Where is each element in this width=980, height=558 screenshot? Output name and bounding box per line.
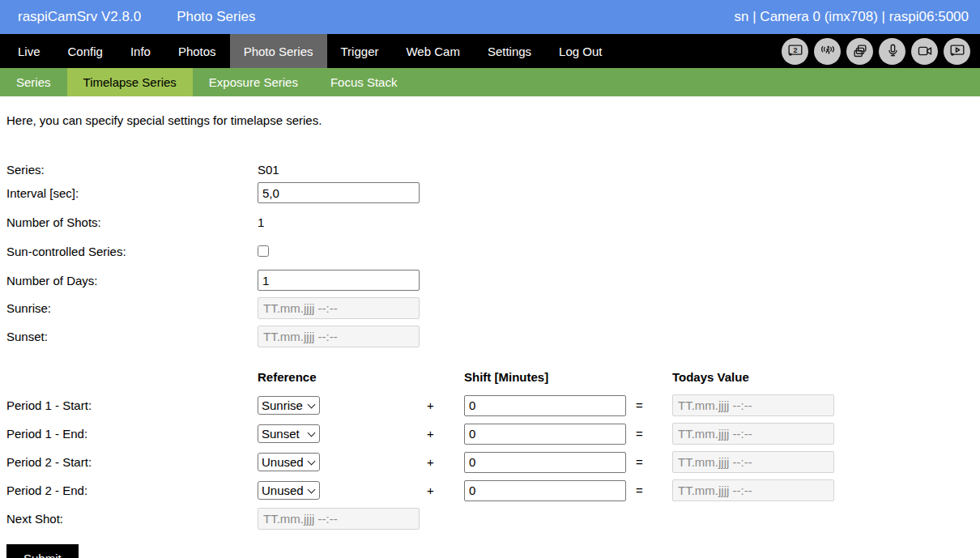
series-row: Series: S01 [6,160,980,179]
next-shot-datetime-field [258,508,420,530]
period-2-start-label: Period 2 - Start: [6,455,258,469]
todays-value-column-header: Todays Value [672,370,842,384]
plus-sign: + [427,398,464,412]
interval-input[interactable] [258,182,420,203]
nav-status-icons: 2 [782,34,980,68]
sun-controlled-label: Sun-controlled Series: [6,245,258,258]
main-nav: Live Config Info Photos Photo Series Tri… [0,34,980,68]
video-camera-icon[interactable] [911,38,938,65]
media-player-icon[interactable] [944,38,970,65]
period-2-start-todays-field [672,451,834,473]
plus-sign: + [427,427,464,441]
period-1-start-reference-select[interactable]: Sunrise [258,396,320,415]
period-2-end-reference-select[interactable]: Unused [258,481,320,500]
nav-item-web-cam[interactable]: Web Cam [392,34,473,68]
number-of-shots-value: 1 [258,215,427,229]
period-2-end-todays-field [672,479,834,501]
equals-sign: = [636,455,672,469]
sunset-label: Sunset: [6,330,258,343]
interval-row: Interval [sec]: [6,182,980,203]
number-of-shots-label: Number of Shots: [6,215,258,229]
photo-series-icon[interactable] [846,38,873,65]
period-2-end-row: Period 2 - End: Unused + = [6,479,980,501]
period-1-start-row: Period 1 - Start: Sunrise + = [6,394,980,416]
period-1-end-reference-select[interactable]: Sunset [258,424,320,443]
nav-item-info[interactable]: Info [117,34,164,68]
plus-sign: + [427,455,464,469]
period-2-end-shift-input[interactable] [464,480,626,501]
period-2-start-shift-input[interactable] [464,452,626,473]
timelapse-settings-form: Here, you can specify special settings f… [0,113,980,558]
sunrise-label: Sunrise: [6,301,258,315]
motion-detection-icon[interactable] [814,38,841,65]
sunset-datetime-field [258,326,420,347]
equals-sign: = [636,398,672,412]
period-2-start-reference-select[interactable]: Unused [258,453,320,471]
period-2-end-label: Period 2 - End: [6,483,258,497]
svg-text:2: 2 [793,46,797,54]
tab-series[interactable]: Series [0,68,67,96]
period-2-start-row: Period 2 - Start: Unused + = [6,451,980,473]
nav-item-photo-series[interactable]: Photo Series [230,34,327,68]
period-1-end-label: Period 1 - End: [6,427,258,441]
nav-item-photos[interactable]: Photos [164,34,230,68]
camera-status-text: sn | Camera 0 (imx708) | raspi06:5000 [735,9,969,25]
period-1-end-row: Period 1 - End: Sunset + = [6,423,980,445]
period-1-end-shift-input[interactable] [464,424,626,445]
equals-sign: = [636,427,672,441]
nav-item-config[interactable]: Config [54,34,117,68]
sun-controlled-checkbox[interactable] [258,245,269,257]
number-of-days-row: Number of Days: [6,270,980,291]
number-of-days-input[interactable] [258,270,420,291]
submit-button[interactable]: Submit [6,544,79,558]
period-1-start-todays-field [672,394,834,416]
interval-label: Interval [sec]: [6,186,258,200]
period-table-header: Reference Shift [Minutes] Todays Value [6,367,980,386]
period-1-start-shift-input[interactable] [464,395,626,416]
period-1-end-todays-field [672,423,834,445]
sunrise-row: Sunrise: [6,297,980,319]
sunset-row: Sunset: [6,326,980,347]
nav-item-live[interactable]: Live [4,34,54,68]
equals-sign: = [636,483,672,497]
sunrise-datetime-field [258,297,420,319]
next-shot-label: Next Shot: [6,512,258,526]
photo-series-subnav: Series Timelapse Series Exposure Series … [0,68,980,96]
intro-text: Here, you can specify special settings f… [6,113,980,127]
display-2-icon[interactable]: 2 [782,38,808,65]
nav-item-trigger[interactable]: Trigger [327,34,393,68]
sun-controlled-row: Sun-controlled Series: [6,241,980,261]
nav-item-settings[interactable]: Settings [474,34,545,68]
microphone-icon[interactable] [879,38,905,65]
app-title[interactable]: raspiCamSrv V2.8.0 [18,9,141,25]
plus-sign: + [427,483,464,497]
series-label: Series: [6,163,258,177]
number-of-shots-row: Number of Shots: 1 [6,212,980,232]
tab-focus-stack[interactable]: Focus Stack [314,68,414,96]
tab-exposure-series[interactable]: Exposure Series [193,68,314,96]
nav-item-log-out[interactable]: Log Out [545,34,616,68]
reference-column-header: Reference [258,370,427,384]
series-value: S01 [258,163,427,177]
period-1-start-label: Period 1 - Start: [6,398,258,412]
shift-column-header: Shift [Minutes] [464,370,636,384]
page-title: Photo Series [177,9,255,25]
next-shot-row: Next Shot: [6,508,980,530]
number-of-days-label: Number of Days: [6,274,258,288]
tab-timelapse-series[interactable]: Timelapse Series [67,68,193,96]
app-header: raspiCamSrv V2.8.0 Photo Series sn | Cam… [0,0,980,34]
